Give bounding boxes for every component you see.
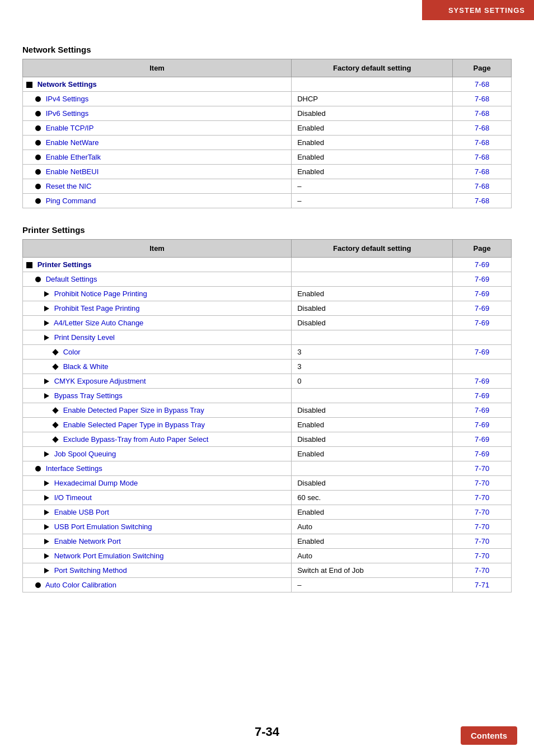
factory-cell xyxy=(292,389,453,403)
page-cell: 7-70 xyxy=(453,520,512,534)
page-link[interactable]: 7-70 xyxy=(475,508,489,516)
page-link[interactable]: 7-70 xyxy=(475,552,489,560)
circle-icon xyxy=(35,96,41,102)
page-link[interactable]: 7-68 xyxy=(475,138,489,147)
item-label: Color xyxy=(63,348,81,356)
page-link[interactable]: 7-70 xyxy=(475,479,489,487)
network-col-factory: Factory default setting xyxy=(292,59,453,77)
page-cell: 7-70 xyxy=(453,461,512,476)
network-table: Item Factory default setting Page Networ… xyxy=(22,59,512,208)
square-icon xyxy=(26,82,32,88)
page-cell: 7-69 xyxy=(453,272,512,287)
page-link[interactable]: 7-69 xyxy=(475,377,489,385)
factory-cell: – xyxy=(292,578,453,592)
item-label: Hexadecimal Dump Mode xyxy=(54,479,138,487)
footer-page-number: 7-34 xyxy=(0,725,534,739)
item-label: Exclude Bypass-Tray from Auto Paper Sele… xyxy=(63,435,209,444)
circle-icon xyxy=(35,198,41,204)
page-link[interactable]: 7-69 xyxy=(475,304,489,312)
page-link[interactable]: 7-70 xyxy=(475,464,489,473)
triangle-icon xyxy=(44,379,49,384)
circle-icon xyxy=(35,169,41,175)
page-cell: 7-68 xyxy=(453,165,512,179)
factory-cell xyxy=(292,272,453,287)
page-link[interactable]: 7-69 xyxy=(475,406,489,414)
factory-cell: Enabled xyxy=(292,150,453,165)
table-row: I/O Timeout xyxy=(23,491,292,505)
page-link[interactable]: 7-68 xyxy=(475,109,489,118)
page-link[interactable]: 7-69 xyxy=(475,275,489,283)
factory-cell: 0 xyxy=(292,374,453,389)
table-row: Enable Detected Paper Size in Bypass Tra… xyxy=(23,403,292,418)
page-link[interactable]: 7-69 xyxy=(475,290,489,298)
network-col-page: Page xyxy=(453,59,512,77)
page-link[interactable]: 7-70 xyxy=(475,537,489,545)
page-link[interactable]: 7-70 xyxy=(475,566,489,575)
section-label: Printer Settings xyxy=(38,260,92,269)
triangle-icon xyxy=(44,510,49,515)
circle-icon xyxy=(35,582,41,588)
factory-cell: Auto xyxy=(292,520,453,534)
page-cell: 7-68 xyxy=(453,106,512,121)
page-link[interactable]: 7-69 xyxy=(475,435,489,444)
page-cell: 7-68 xyxy=(453,150,512,165)
table-row: Enable USB Port xyxy=(23,505,292,520)
contents-button[interactable]: Contents xyxy=(461,726,517,745)
factory-cell: Enabled xyxy=(292,121,453,136)
page-cell: 7-70 xyxy=(453,476,512,491)
factory-cell xyxy=(292,330,453,345)
page-title: SYSTEM SETTINGS xyxy=(448,6,525,15)
table-row: Bypass Tray Settings xyxy=(23,389,292,403)
page-link[interactable]: 7-68 xyxy=(475,153,489,161)
triangle-icon xyxy=(44,291,49,297)
page-link[interactable]: 7-68 xyxy=(475,197,489,205)
item-label: Auto Color Calibration xyxy=(45,581,116,589)
item-label: Enable Selected Paper Type in Bypass Tra… xyxy=(63,421,205,429)
page-cell: 7-69 xyxy=(453,258,512,272)
square-icon xyxy=(26,262,32,268)
factory-cell xyxy=(292,461,453,476)
page-link[interactable]: 7-69 xyxy=(475,450,489,458)
item-label: Ping Command xyxy=(46,197,96,205)
table-row: Ping Command xyxy=(23,194,292,208)
table-row: Auto Color Calibration xyxy=(23,578,292,592)
page-link[interactable]: 7-68 xyxy=(475,80,489,88)
page-cell: 7-68 xyxy=(453,92,512,106)
page-cell: 7-68 xyxy=(453,121,512,136)
item-label: Reset the NIC xyxy=(46,182,92,190)
circle-icon xyxy=(35,125,41,131)
page-link[interactable]: 7-68 xyxy=(475,95,489,103)
page-cell: 7-68 xyxy=(453,77,512,92)
table-row: Enable NetWare xyxy=(23,136,292,150)
page-link[interactable]: 7-70 xyxy=(475,493,489,502)
item-label: Enable EtherTalk xyxy=(46,153,101,161)
page-link[interactable]: 7-68 xyxy=(475,182,489,190)
page-cell: 7-69 xyxy=(453,447,512,461)
table-row: Default Settings xyxy=(23,272,292,287)
page-link[interactable]: 7-69 xyxy=(475,260,489,269)
factory-cell: Enabled xyxy=(292,505,453,520)
page-link[interactable]: 7-71 xyxy=(475,581,489,589)
table-row: Prohibit Test Page Printing xyxy=(23,301,292,316)
page-link[interactable]: 7-68 xyxy=(475,167,489,176)
page-link[interactable]: 7-69 xyxy=(475,319,489,327)
item-label: A4/Letter Size Auto Change xyxy=(54,319,143,327)
page-link[interactable]: 7-69 xyxy=(475,348,489,356)
diamond-icon xyxy=(52,422,58,428)
page-cell: 7-69 xyxy=(453,316,512,330)
page-cell xyxy=(453,360,512,374)
triangle-icon xyxy=(44,335,49,340)
table-row: IPv6 Settings xyxy=(23,106,292,121)
page-cell: 7-69 xyxy=(453,374,512,389)
page-cell: 7-70 xyxy=(453,491,512,505)
page-link[interactable]: 7-69 xyxy=(475,421,489,429)
page-link[interactable]: 7-69 xyxy=(475,391,489,400)
factory-cell: Disabled xyxy=(292,301,453,316)
factory-cell: Enabled xyxy=(292,418,453,432)
table-row: A4/Letter Size Auto Change xyxy=(23,316,292,330)
item-label: Network Port Emulation Switching xyxy=(54,552,164,560)
page-link[interactable]: 7-68 xyxy=(475,124,489,132)
page-link[interactable]: 7-70 xyxy=(475,522,489,531)
factory-cell: 3 xyxy=(292,360,453,374)
diamond-icon xyxy=(52,363,58,370)
